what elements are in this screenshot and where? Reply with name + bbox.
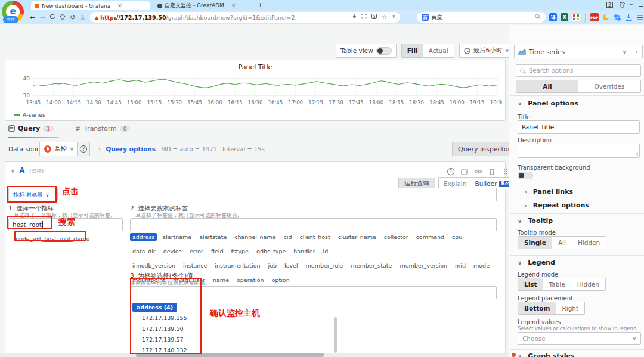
visualization-picker[interactable]: Time series ∨ › bbox=[514, 45, 643, 58]
new-tab-button[interactable]: + bbox=[258, 1, 263, 9]
label-chip[interactable]: handler bbox=[291, 247, 317, 255]
label-chip[interactable]: job bbox=[266, 262, 279, 269]
reload-icon[interactable] bbox=[48, 14, 58, 21]
history-icon[interactable]: ↺ bbox=[67, 14, 78, 21]
label-chip[interactable]: collector bbox=[382, 233, 411, 241]
query-ref-id[interactable]: A bbox=[20, 166, 25, 175]
panel-links-section[interactable]: ›Panel links bbox=[525, 188, 573, 195]
minimize-icon[interactable]: ─ bbox=[630, 2, 633, 7]
home-icon[interactable] bbox=[58, 14, 68, 21]
screenshot-crop-icon[interactable] bbox=[614, 13, 621, 21]
label-chip[interactable]: alertname bbox=[160, 233, 194, 241]
label-chip[interactable]: channel_name bbox=[232, 233, 278, 241]
tab-close-icon[interactable]: ✕ bbox=[117, 3, 122, 9]
search-icon[interactable] bbox=[535, 14, 541, 21]
query-options-link[interactable]: Query options bbox=[106, 145, 156, 153]
label-chip[interactable]: fstype bbox=[228, 247, 251, 255]
timeseries-chart[interactable]: 403013:4514:0014:1514:3014:4515:0015:151… bbox=[8, 72, 502, 111]
forward-icon[interactable]: → bbox=[38, 14, 48, 21]
transparent-bg-toggle[interactable] bbox=[518, 172, 533, 179]
label-chip[interactable]: instrumentation bbox=[212, 262, 262, 269]
query-collapse-icon[interactable]: ∨ bbox=[11, 168, 15, 174]
tooltip-section[interactable]: ∨Tooltip bbox=[518, 217, 553, 225]
description-textarea[interactable] bbox=[518, 144, 640, 158]
label-chip[interactable]: cpu bbox=[450, 233, 465, 241]
label-chip[interactable]: member_state bbox=[348, 262, 394, 269]
label-search-input[interactable] bbox=[130, 218, 497, 231]
tab-count-badge[interactable]: 2 bbox=[606, 2, 613, 8]
explain-option[interactable]: Explain bbox=[439, 180, 471, 187]
label-chip[interactable]: mode bbox=[471, 262, 492, 269]
tooltip-all[interactable]: All bbox=[552, 237, 572, 249]
menu-icon[interactable] bbox=[636, 13, 644, 21]
address-bar[interactable]: ▲ http ://172.17.139.50 /graph/dashboard… bbox=[90, 12, 400, 23]
extension-note-icon[interactable]: 译 bbox=[549, 13, 557, 21]
excel-icon[interactable]: X bbox=[561, 13, 568, 21]
sidebar-expand-button[interactable]: › bbox=[630, 45, 642, 58]
label-chip[interactable]: innodb_version bbox=[130, 262, 178, 269]
graph-styles-section[interactable]: ∨Graph styles bbox=[518, 352, 574, 357]
night-mode-icon[interactable] bbox=[602, 13, 610, 21]
chart-panel[interactable]: Panel Title 403013:4514:0014:1514:3014:4… bbox=[5, 60, 506, 121]
tooltip-single[interactable]: Single bbox=[518, 237, 552, 249]
label-chip[interactable]: member_role bbox=[304, 262, 346, 269]
bookmark-star-icon[interactable]: ☆ bbox=[382, 14, 387, 21]
label-chip[interactable]: member_version bbox=[397, 262, 450, 269]
label-chip[interactable]: gdbc_type bbox=[254, 247, 288, 255]
label-chip[interactable]: instance bbox=[181, 262, 209, 269]
label-chip[interactable]: id bbox=[321, 247, 331, 255]
label-chip[interactable]: option bbox=[270, 276, 292, 284]
table-view-switch[interactable] bbox=[376, 47, 392, 55]
label-chip[interactable]: client_host bbox=[297, 233, 332, 241]
translate-icon[interactable]: a bbox=[371, 14, 377, 21]
legend-hidden[interactable]: Hidden bbox=[571, 278, 605, 290]
label-chip[interactable]: mid bbox=[453, 262, 468, 269]
label-chip[interactable]: cid bbox=[281, 233, 295, 241]
restore-icon[interactable] bbox=[639, 2, 643, 7]
legend-table[interactable]: Table bbox=[543, 278, 571, 290]
panel-title-input[interactable]: Panel Title bbox=[518, 120, 640, 134]
label-chip[interactable]: field bbox=[209, 247, 226, 255]
label-chip[interactable]: device bbox=[161, 247, 184, 255]
query-options-chevron[interactable]: › bbox=[98, 146, 101, 152]
pdf-icon[interactable]: PDF bbox=[590, 13, 598, 21]
label-chip[interactable]: data_dir bbox=[130, 247, 158, 255]
time-range-picker[interactable]: 最后6小时 ∨ bbox=[459, 44, 514, 58]
skin-icon[interactable] bbox=[619, 2, 626, 9]
browser-tab-grafana[interactable]: New dashboard - Grafana ✕ bbox=[31, 1, 150, 10]
browser-search-box[interactable]: 百 百度 bbox=[417, 12, 546, 23]
label-chip[interactable]: error bbox=[187, 247, 206, 255]
query-inspector-button[interactable]: Query inspector bbox=[452, 142, 516, 156]
value-list-scrollbar[interactable] bbox=[334, 317, 337, 353]
flash-icon[interactable] bbox=[352, 14, 357, 21]
office-grid-icon[interactable] bbox=[572, 13, 580, 21]
favorite-icon[interactable]: ☆ bbox=[78, 14, 88, 21]
fill-option[interactable]: Fill bbox=[402, 44, 423, 57]
scan-icon[interactable] bbox=[361, 14, 367, 21]
legend-section[interactable]: ∨Legend bbox=[518, 259, 555, 266]
tab-overrides[interactable]: Overrides bbox=[578, 80, 640, 92]
table-view-toggle[interactable]: Table view bbox=[336, 44, 397, 58]
label-chip[interactable]: name bbox=[210, 276, 231, 284]
tab-close-icon[interactable]: ✕ bbox=[231, 3, 236, 9]
label-chip[interactable]: level bbox=[282, 262, 301, 269]
legend-values-select[interactable]: Choose ∨ bbox=[518, 332, 641, 345]
label-chip[interactable]: operation bbox=[234, 276, 267, 284]
actual-option[interactable]: Actual bbox=[423, 44, 454, 57]
legend-list[interactable]: List bbox=[518, 278, 543, 290]
label-chip[interactable]: address bbox=[130, 233, 157, 241]
tooltip-hidden[interactable]: Hidden bbox=[572, 237, 606, 249]
chart-legend[interactable]: A-series bbox=[14, 111, 45, 118]
placement-bottom[interactable]: Bottom bbox=[518, 302, 556, 314]
panel-options-section[interactable]: ∨Panel options bbox=[518, 100, 578, 107]
tab-transform[interactable]: Transform 0 bbox=[75, 125, 130, 132]
browser-tab-greatadm[interactable]: 自定义监控 - GreatADM ✕ bbox=[154, 1, 252, 10]
label-chip[interactable]: command bbox=[414, 233, 447, 241]
datasource-picker[interactable]: 监控 ∨ bbox=[39, 142, 79, 156]
tab-all[interactable]: All bbox=[516, 80, 578, 92]
download-icon[interactable] bbox=[625, 13, 633, 21]
promql-expression-input[interactable] bbox=[57, 188, 497, 201]
options-search[interactable]: Search options bbox=[516, 64, 641, 77]
label-chip[interactable]: cluster_name bbox=[336, 233, 379, 241]
url-dropdown-icon[interactable]: ∨ bbox=[392, 14, 395, 21]
